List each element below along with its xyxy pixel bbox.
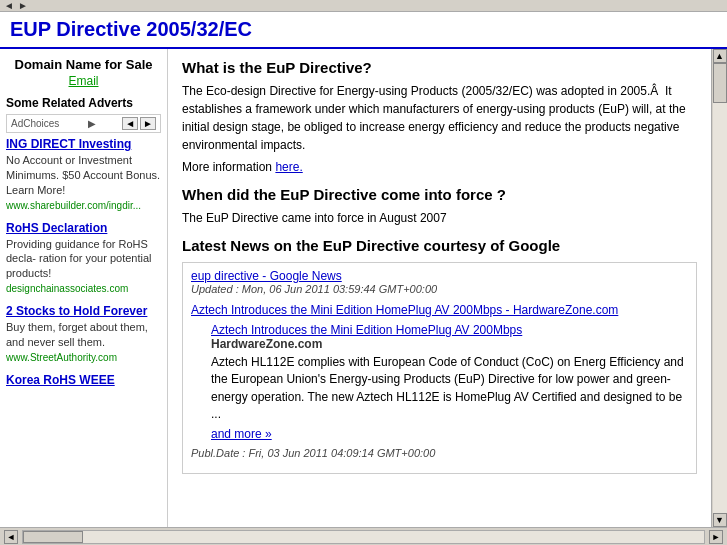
advert-ing-url: www.sharebuilder.com/ingdir... [6,200,161,211]
scroll-left-button[interactable]: ◄ [4,530,18,544]
what-is-eup-heading: What is the EuP Directive? [182,59,697,76]
scrollbar-track[interactable] [713,63,727,513]
advert-stocks-desc: Buy them, forget about them, and never s… [6,321,148,348]
section-when-directive: When did the EuP Directive come into for… [182,186,697,227]
sidebar: Domain Name for Sale Email Some Related … [0,49,168,527]
email-link[interactable]: Email [6,74,161,88]
page-title: EUP Directive 2005/32/EC [10,18,252,40]
scroll-up-button[interactable]: ▲ [713,49,727,63]
advert-ing-desc: No Account or Investment Minimums. $50 A… [6,154,160,196]
top-browser-bar: ◄ ► [0,0,727,12]
main-content: What is the EuP Directive? The Eco-desig… [168,49,711,527]
section-what-is-eup: What is the EuP Directive? The Eco-desig… [182,59,697,176]
news-snippet: Aztech HL112E complies with European Cod… [211,354,688,424]
news-link-1[interactable]: eup directive - Google News [191,269,342,283]
more-info-link[interactable]: here. [275,160,302,174]
content-area: What is the EuP Directive? The Eco-desig… [168,49,727,527]
advert-korea-title[interactable]: Korea RoHS WEEE [6,373,161,387]
advert-rohs: RoHS Declaration Providing guidance for … [6,221,161,295]
ad-prev-button[interactable]: ◄ [122,117,138,130]
scrollbar-thumb[interactable] [713,63,727,103]
when-directive-body: The EuP Directive came into force in Aug… [182,209,697,227]
advert-rohs-url: designchainassociates.com [6,283,161,294]
advert-stocks-title[interactable]: 2 Stocks to Hold Forever [6,304,161,318]
news-pubdate: Publ.Date : Fri, 03 Jun 2011 04:09:14 GM… [191,447,688,459]
ad-nav: ◄ ► [122,117,156,130]
back-arrow-icon[interactable]: ◄ [4,0,14,11]
news-item-1: eup directive - Google News Updated : Mo… [191,269,688,295]
forward-arrow-icon[interactable]: ► [18,0,28,11]
scroll-down-button[interactable]: ▼ [713,513,727,527]
advert-rohs-title[interactable]: RoHS Declaration [6,221,161,235]
ad-choices-label: AdChoices [11,118,59,129]
bottom-bar: ◄ ► [0,527,727,545]
news-link-2[interactable]: Aztech Introduces the Mini Edition HomeP… [191,303,618,317]
horizontal-scrollbar[interactable] [22,530,705,544]
news-heading: Latest News on the EuP Directive courtes… [182,237,697,254]
when-directive-heading: When did the EuP Directive come into for… [182,186,697,203]
news-item-2: Aztech Introduces the Mini Edition HomeP… [191,303,688,459]
right-scrollbar[interactable]: ▲ ▼ [711,49,727,527]
domain-sale-title: Domain Name for Sale [6,57,161,72]
news-section: Latest News on the EuP Directive courtes… [182,237,697,474]
advert-stocks-url: www.StreetAuthority.com [6,352,161,363]
what-is-eup-more: More information here. [182,158,697,176]
related-adverts-title: Some Related Adverts [6,96,161,110]
advert-ing-direct: ING DIRECT Investing No Account or Inves… [6,137,161,211]
ad-choices-bar: AdChoices ▶ ◄ ► [6,114,161,133]
news-more-link[interactable]: and more » [211,427,272,441]
advert-rohs-desc: Providing guidance for RoHS decla- ratio… [6,238,152,280]
scroll-right-button[interactable]: ► [709,530,723,544]
page-header: EUP Directive 2005/32/EC [0,12,727,49]
news-box: eup directive - Google News Updated : Mo… [182,262,697,474]
news-meta-1: Updated : Mon, 06 Jun 2011 03:59:44 GMT+… [191,283,688,295]
news-sub-link[interactable]: Aztech Introduces the Mini Edition HomeP… [211,323,522,337]
ad-choices-icon: ▶ [88,118,96,129]
more-info-text: More information [182,160,272,174]
horizontal-scroll-thumb[interactable] [23,531,83,543]
advert-ing-title[interactable]: ING DIRECT Investing [6,137,161,151]
what-is-eup-body: The Eco-design Directive for Energy-usin… [182,82,697,154]
advert-stocks: 2 Stocks to Hold Forever Buy them, forge… [6,304,161,363]
ad-next-button[interactable]: ► [140,117,156,130]
news-source: HardwareZone.com [211,337,688,351]
news-sub-block: Aztech Introduces the Mini Edition HomeP… [191,323,688,441]
advert-korea: Korea RoHS WEEE [6,373,161,387]
